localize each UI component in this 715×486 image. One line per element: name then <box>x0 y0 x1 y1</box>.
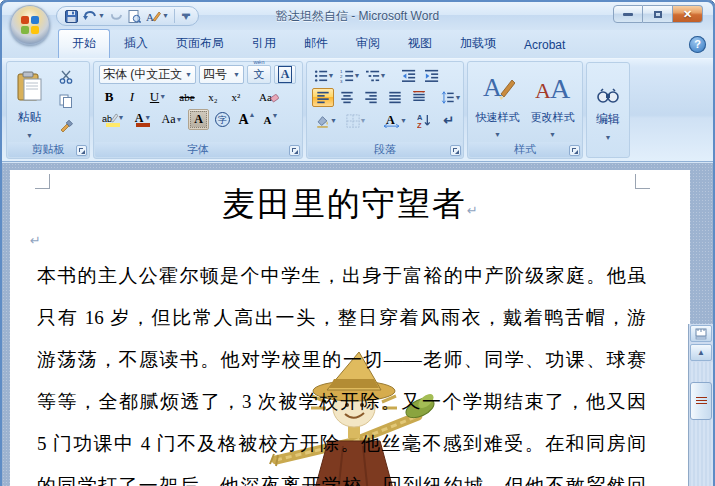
change-case-label: Aa <box>162 112 176 127</box>
justify-icon <box>388 91 402 104</box>
tab-acrobat[interactable]: Acrobat <box>510 32 579 58</box>
asian-layout-button[interactable]: A ▼ <box>380 111 410 130</box>
copy-icon <box>59 94 73 108</box>
paste-button[interactable]: 粘贴 ▼ <box>11 66 48 142</box>
show-marks-button[interactable]: ↵ <box>438 111 460 130</box>
document-page[interactable]: 麦田里的守望者↵ ↵ 本书的主人公霍尔顿是个中学生，出身于富裕的中产阶级家庭。他… <box>10 170 690 486</box>
font-dialog-launcher[interactable] <box>289 145 300 156</box>
styles-dialog-launcher[interactable] <box>569 145 580 156</box>
style-format-button[interactable]: A ▼ <box>146 10 169 23</box>
bold-button[interactable]: B <box>99 87 119 106</box>
help-button[interactable]: ? <box>689 36 706 53</box>
scrollbar-thumb[interactable] <box>690 382 712 420</box>
text-line: 游荡荡，不愿读书。他对学校里的一切——老师、同学、功课、球赛 <box>37 337 646 379</box>
phonetic-guide-button[interactable]: wén 文 <box>247 65 271 84</box>
save-button[interactable] <box>65 10 78 23</box>
undo-icon <box>83 10 97 22</box>
format-painter-button[interactable] <box>53 114 79 135</box>
editing-button[interactable]: 编辑 ▼ <box>586 62 630 158</box>
close-button[interactable]: ✕ <box>673 5 703 23</box>
paragraph-group: ▼ 123 ▼ ▼ <box>306 61 464 159</box>
dropdown-arrow-icon: ▼ <box>494 132 501 138</box>
ribbon: 粘贴 ▼ 剪贴板 宋体 (中文正文 ▼ <box>2 58 713 162</box>
numbering-button[interactable]: 123 ▼ <box>338 66 362 85</box>
paragraph-mark: ↵ <box>30 233 41 248</box>
borders-icon <box>346 114 360 128</box>
multilevel-list-button[interactable]: ▼ <box>364 66 388 85</box>
customize-qat-button[interactable]: ▬▼ <box>180 12 190 20</box>
align-left-button[interactable] <box>312 88 334 107</box>
phonetic-guide-icon: wén 文 <box>254 67 265 82</box>
tab-addins[interactable]: 加载项 <box>446 29 510 58</box>
copy-button[interactable] <box>53 90 79 111</box>
change-styles-button[interactable]: AA 更改样式 ▼ <box>526 66 579 142</box>
svg-text:A: A <box>483 73 502 102</box>
paste-label: 粘贴 <box>18 109 42 126</box>
text-line: 的同学打了一架后，他深夜离开学校，回到纽约城，但他不敢贸然回 <box>37 463 646 486</box>
increase-indent-button[interactable] <box>421 66 442 85</box>
multilevel-list-icon <box>366 69 380 83</box>
dropdown-arrow-icon: ▼ <box>330 118 337 124</box>
align-right-button[interactable] <box>360 88 382 107</box>
scrollbar-track[interactable] <box>689 362 713 486</box>
align-center-button[interactable] <box>336 88 358 107</box>
dropdown-arrow-icon: ▼ <box>605 135 612 141</box>
svg-text:A: A <box>535 78 551 102</box>
redo-icon <box>110 10 123 22</box>
svg-text:3: 3 <box>340 79 343 83</box>
tab-references[interactable]: 引用 <box>238 29 290 58</box>
line-spacing-button[interactable]: ▼ <box>438 88 464 107</box>
tab-review[interactable]: 审阅 <box>342 29 394 58</box>
styles-group-label: 样式 <box>469 142 581 157</box>
borders-button[interactable]: ▼ <box>342 111 370 130</box>
character-border-button[interactable]: A <box>274 65 296 84</box>
bullets-button[interactable]: ▼ <box>312 66 336 85</box>
font-name-combo[interactable]: 宋体 (中文正文 ▼ <box>99 65 196 84</box>
office-button[interactable] <box>10 5 50 45</box>
highlight-color-button[interactable]: ab ▼ <box>99 109 127 130</box>
clear-formatting-button[interactable]: Aa <box>255 87 283 106</box>
font-color-swatch <box>136 123 150 127</box>
paragraph-dialog-launcher[interactable] <box>450 145 461 156</box>
print-preview-icon <box>128 10 141 23</box>
dropdown-arrow-icon: ▼ <box>380 73 387 79</box>
shading-button[interactable]: ▼ <box>312 111 340 130</box>
dropdown-arrow-icon: ▼ <box>185 72 192 78</box>
redo-button[interactable] <box>110 10 123 22</box>
quick-styles-button[interactable]: A 快速样式 ▼ <box>471 66 524 142</box>
font-size-combo[interactable]: 四号 ▼ <box>199 65 244 84</box>
print-preview-button[interactable] <box>128 10 141 23</box>
justify-button[interactable] <box>384 88 406 107</box>
character-border-icon: A <box>278 66 293 83</box>
strikethrough-button[interactable]: abe <box>174 87 200 106</box>
dropdown-arrow-icon: ▼ <box>26 133 33 139</box>
decrease-indent-button[interactable] <box>398 66 419 85</box>
change-case-button[interactable]: Aa ▼ <box>159 109 185 130</box>
tab-home[interactable]: 开始 <box>58 29 110 58</box>
distribute-button[interactable] <box>408 88 430 107</box>
enclose-characters-button[interactable]: 字 <box>212 109 233 130</box>
clipboard-dialog-launcher[interactable] <box>76 145 87 156</box>
restore-button[interactable] <box>643 5 673 23</box>
sort-button[interactable]: AZ <box>412 111 436 130</box>
grow-font-button[interactable]: A▲ <box>236 109 258 130</box>
font-color-button[interactable]: A ▼ <box>130 109 156 130</box>
italic-button[interactable]: I <box>122 87 142 106</box>
tab-mailings[interactable]: 邮件 <box>290 29 342 58</box>
cut-button[interactable] <box>53 66 79 87</box>
superscript-button[interactable]: x² <box>226 87 246 106</box>
text-line: 5 门功课中 4 门不及格被校方开除。他丝毫不感到难受。在和同房间 <box>37 421 646 463</box>
dropdown-arrow-icon: ▼ <box>400 118 407 124</box>
minimize-button[interactable] <box>613 5 643 23</box>
font-group-label: 字体 <box>95 142 301 157</box>
shrink-font-button[interactable]: A▼ <box>261 109 281 130</box>
subscript-button[interactable]: x₂ <box>203 87 223 106</box>
tab-view[interactable]: 视图 <box>394 29 446 58</box>
tab-page-layout[interactable]: 页面布局 <box>162 29 238 58</box>
undo-button[interactable]: ▼ <box>83 10 105 22</box>
tab-insert[interactable]: 插入 <box>110 29 162 58</box>
character-shading-button[interactable]: A <box>188 109 209 130</box>
scroll-up-button[interactable]: ▲ <box>690 344 712 361</box>
ruler-toggle-button[interactable] <box>690 325 712 342</box>
underline-button[interactable]: U ▼ <box>145 87 171 106</box>
